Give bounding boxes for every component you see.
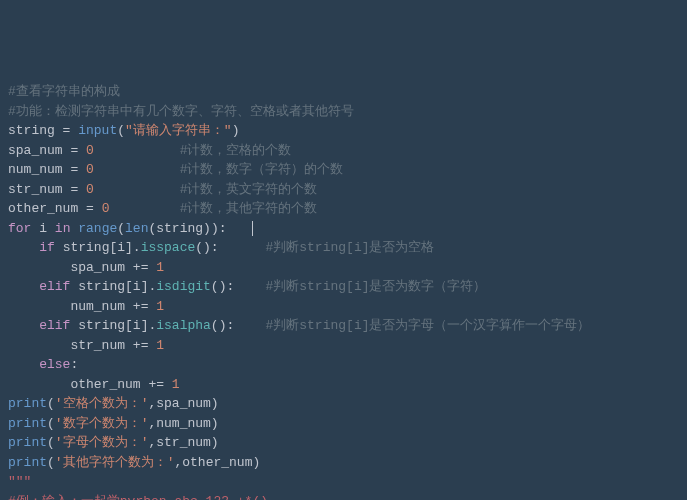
- code-token: else: [39, 357, 70, 372]
- code-token: #判断string[i]是否为数字（字符）: [265, 279, 486, 294]
- code-token: [94, 162, 180, 177]
- code-line[interactable]: spa_num += 1: [8, 258, 679, 278]
- code-token: "请输入字符串：": [125, 123, 232, 138]
- code-token: =: [70, 143, 86, 158]
- code-line[interactable]: print('字母个数为：',str_num): [8, 433, 679, 453]
- code-token: (string)):: [148, 221, 249, 236]
- code-editor[interactable]: #查看字符串的构成#功能：检测字符串中有几个数字、字符、空格或者其他符号stri…: [8, 82, 679, 500]
- code-token: '数字个数为：': [55, 416, 149, 431]
- code-token: ,str_num): [148, 435, 218, 450]
- code-token: +=: [133, 299, 156, 314]
- code-token: string: [8, 123, 63, 138]
- code-token: =: [70, 162, 86, 177]
- code-line[interactable]: """: [8, 472, 679, 492]
- code-token: ): [232, 123, 240, 138]
- code-line[interactable]: print('其他字符个数为：',other_num): [8, 453, 679, 473]
- code-token: spa_num: [8, 260, 133, 275]
- code-token: ,num_num): [148, 416, 218, 431]
- code-token: other_num: [8, 201, 86, 216]
- code-token: #判断string[i]是否为空格: [265, 240, 434, 255]
- code-token: ():: [195, 240, 265, 255]
- code-token: string[i].: [78, 279, 156, 294]
- code-token: (: [47, 435, 55, 450]
- code-line[interactable]: num_num += 1: [8, 297, 679, 317]
- code-token: [8, 357, 39, 372]
- code-token: string[i].: [78, 318, 156, 333]
- code-token: =: [86, 201, 102, 216]
- code-token: [8, 240, 39, 255]
- code-line[interactable]: print('数字个数为：',num_num): [8, 414, 679, 434]
- code-token: len: [125, 221, 148, 236]
- code-token: #计数，其他字符的个数: [180, 201, 318, 216]
- code-token: :: [70, 357, 78, 372]
- code-line[interactable]: other_num += 1: [8, 375, 679, 395]
- code-token: +=: [133, 338, 156, 353]
- code-token: #查看字符串的构成: [8, 84, 120, 99]
- code-token: [94, 143, 180, 158]
- code-line[interactable]: string = input("请输入字符串："): [8, 121, 679, 141]
- code-token: +=: [133, 260, 156, 275]
- code-line[interactable]: str_num += 1: [8, 336, 679, 356]
- code-token: ():: [211, 318, 266, 333]
- code-line[interactable]: str_num = 0 #计数，英文字符的个数: [8, 180, 679, 200]
- code-token: print: [8, 455, 47, 470]
- code-token: (: [117, 123, 125, 138]
- code-token: #判断string[i]是否为字母（一个汉字算作一个字母）: [265, 318, 590, 333]
- code-token: #计数，英文字符的个数: [180, 182, 318, 197]
- code-token: '其他字符个数为：': [55, 455, 175, 470]
- code-line[interactable]: spa_num = 0 #计数，空格的个数: [8, 141, 679, 161]
- code-token: ,other_num): [174, 455, 260, 470]
- code-token: string[i].: [63, 240, 141, 255]
- code-token: """: [8, 474, 31, 489]
- code-token: [109, 201, 179, 216]
- code-line[interactable]: #查看字符串的构成: [8, 82, 679, 102]
- code-line[interactable]: num_num = 0 #计数，数字（字符）的个数: [8, 160, 679, 180]
- code-token: #功能：检测字符串中有几个数字、字符、空格或者其他符号: [8, 104, 354, 119]
- code-line[interactable]: for i in range(len(string)):: [8, 219, 679, 239]
- code-token: #计数，数字（字符）的个数: [180, 162, 344, 177]
- code-token: 1: [156, 338, 164, 353]
- code-token: other_num: [8, 377, 148, 392]
- code-token: isspace: [141, 240, 196, 255]
- code-token: print: [8, 416, 47, 431]
- code-token: 0: [86, 162, 94, 177]
- code-line[interactable]: other_num = 0 #计数，其他字符的个数: [8, 199, 679, 219]
- code-token: '字母个数为：': [55, 435, 149, 450]
- code-token: =: [63, 123, 79, 138]
- code-token: 1: [172, 377, 180, 392]
- code-token: +=: [148, 377, 171, 392]
- code-line[interactable]: elif string[i].isdigit(): #判断string[i]是否…: [8, 277, 679, 297]
- code-token: 1: [156, 299, 164, 314]
- code-token: ,spa_num): [148, 396, 218, 411]
- code-token: '空格个数为：': [55, 396, 149, 411]
- code-token: elif: [39, 318, 78, 333]
- code-token: print: [8, 396, 47, 411]
- code-line[interactable]: if string[i].isspace(): #判断string[i]是否为空…: [8, 238, 679, 258]
- code-token: i: [39, 221, 55, 236]
- code-token: 0: [86, 182, 94, 197]
- code-token: 0: [86, 143, 94, 158]
- text-cursor: [252, 221, 253, 236]
- code-token: (: [117, 221, 125, 236]
- code-line[interactable]: else:: [8, 355, 679, 375]
- code-token: [94, 182, 180, 197]
- code-line[interactable]: #功能：检测字符串中有几个数字、字符、空格或者其他符号: [8, 102, 679, 122]
- code-token: =: [70, 182, 86, 197]
- code-token: ():: [211, 279, 266, 294]
- code-token: isdigit: [156, 279, 211, 294]
- code-token: for: [8, 221, 39, 236]
- code-token: str_num: [8, 182, 70, 197]
- code-token: str_num: [8, 338, 133, 353]
- code-line[interactable]: #例：输入：一起学pyrhon,abc 123 +*(): [8, 492, 679, 501]
- code-line[interactable]: print('空格个数为：',spa_num): [8, 394, 679, 414]
- code-line[interactable]: elif string[i].isalpha(): #判断string[i]是否…: [8, 316, 679, 336]
- code-token: (: [47, 396, 55, 411]
- code-token: #例：输入：一起学pyrhon,abc 123 +*(): [8, 494, 268, 501]
- code-token: num_num: [8, 162, 70, 177]
- code-token: (: [47, 455, 55, 470]
- code-token: isalpha: [156, 318, 211, 333]
- code-token: elif: [39, 279, 78, 294]
- code-token: (: [47, 416, 55, 431]
- code-token: if: [39, 240, 62, 255]
- code-token: [8, 318, 39, 333]
